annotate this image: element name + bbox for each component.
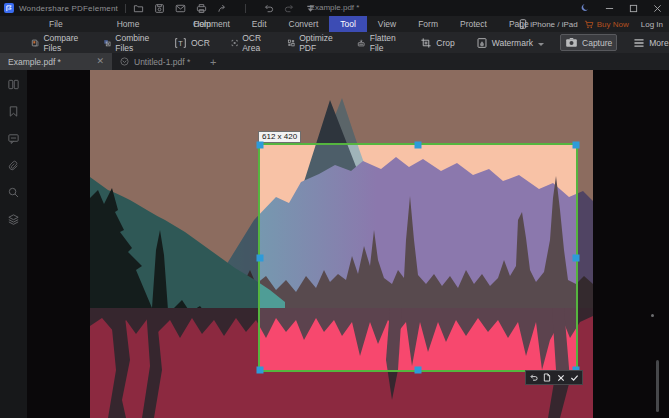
resize-handle-ne[interactable] <box>573 142 580 149</box>
page-thumbnails-icon[interactable] <box>7 78 20 91</box>
minimize-icon[interactable] <box>597 0 621 16</box>
document-canvas[interactable]: 612 x 420 <box>27 70 669 418</box>
menu-file[interactable]: File <box>22 16 90 32</box>
svg-text:T: T <box>178 38 183 47</box>
close-tab-icon[interactable]: ✕ <box>96 57 104 66</box>
menu-home[interactable]: Home <box>90 16 167 32</box>
customize-toolbar-icon[interactable] <box>305 3 316 14</box>
print-icon[interactable] <box>196 3 207 14</box>
menu-comment[interactable]: Comment <box>182 16 241 32</box>
close-icon[interactable] <box>645 0 669 16</box>
combine-files-icon <box>103 37 111 49</box>
bookmark-icon[interactable] <box>7 105 20 118</box>
ocr-icon: T <box>174 37 187 49</box>
open-file-icon[interactable] <box>133 3 144 14</box>
menu-edit[interactable]: Edit <box>241 16 278 32</box>
phone-icon <box>519 19 527 29</box>
undo-icon[interactable] <box>263 3 274 14</box>
watermark-icon <box>476 37 488 49</box>
save-icon[interactable] <box>154 3 165 14</box>
capture-mini-toolbar <box>525 370 583 385</box>
resize-handle-s[interactable] <box>415 367 422 374</box>
more-icon <box>633 38 645 48</box>
cart-icon <box>584 20 594 29</box>
resize-handle-e[interactable] <box>573 254 580 261</box>
save-capture-icon[interactable] <box>543 373 551 382</box>
menu-tool[interactable]: Tool <box>329 16 367 32</box>
resize-handle-w[interactable] <box>257 254 264 261</box>
app-logo-icon <box>4 3 14 13</box>
capture-icon <box>565 37 578 48</box>
app-window: Wondershare PDFelement Example.pdf * Fil… <box>0 0 669 418</box>
left-panel-sidebar <box>0 70 27 418</box>
chevron-down-icon <box>538 43 544 46</box>
ocr-button[interactable]: T OCR <box>169 34 215 52</box>
titlebar-separator <box>125 4 126 13</box>
menu-protect[interactable]: Protect <box>449 16 498 32</box>
ocr-area-icon <box>231 37 238 49</box>
toolbar: Compare Files Combine Files T OCR OCR Ar… <box>0 32 669 53</box>
menu-view[interactable]: View <box>367 16 407 32</box>
layers-icon[interactable] <box>7 213 20 226</box>
selection-size-label: 612 x 420 <box>258 131 301 143</box>
tab-example-pdf[interactable]: Example.pdf * ✕ <box>0 53 112 70</box>
redo-icon[interactable] <box>284 3 295 14</box>
flatten-file-icon <box>357 37 365 49</box>
titlebar-separator <box>245 4 246 13</box>
resize-handle-nw[interactable] <box>257 142 264 149</box>
flatten-file-button[interactable]: Flatten File <box>352 30 404 56</box>
comment-icon[interactable] <box>7 132 20 145</box>
chevron-down-icon <box>120 57 129 66</box>
compare-files-button[interactable]: Compare Files <box>26 30 87 56</box>
new-tab-button[interactable]: + <box>198 53 228 70</box>
tab-untitled-pdf[interactable]: Untitled-1.pdf * <box>112 53 198 70</box>
resize-handle-sw[interactable] <box>257 367 264 374</box>
confirm-capture-icon[interactable] <box>570 374 579 382</box>
menu-convert[interactable]: Convert <box>278 16 330 32</box>
buy-now-button[interactable]: Buy Now <box>584 20 629 29</box>
search-icon[interactable] <box>7 186 20 199</box>
cancel-capture-icon[interactable] <box>557 374 565 382</box>
document-tabbar: Example.pdf * ✕ Untitled-1.pdf * + <box>0 53 669 70</box>
menubar: File Home Help Comment Edit Convert Tool… <box>0 16 669 32</box>
email-icon[interactable] <box>175 3 186 14</box>
device-link[interactable]: iPhone / iPad <box>519 19 578 29</box>
capture-selection[interactable]: 612 x 420 <box>258 143 578 372</box>
combine-files-button[interactable]: Combine Files <box>98 30 158 56</box>
scroll-dot <box>651 314 654 317</box>
undo-capture-icon[interactable] <box>529 373 538 382</box>
ocr-area-button[interactable]: OCR Area <box>226 30 271 56</box>
attachment-icon[interactable] <box>7 159 20 172</box>
share-icon[interactable] <box>217 3 228 14</box>
vertical-scrollbar[interactable] <box>656 360 659 412</box>
capture-button[interactable]: Capture <box>560 34 617 51</box>
optimize-pdf-icon <box>287 37 295 49</box>
watermark-button[interactable]: Watermark <box>471 34 549 52</box>
menu-form[interactable]: Form <box>407 16 449 32</box>
resize-handle-n[interactable] <box>415 142 422 149</box>
more-button[interactable]: More <box>628 35 669 51</box>
login-button[interactable]: Log In <box>635 20 663 29</box>
crop-icon <box>420 37 432 49</box>
titlebar: Wondershare PDFelement Example.pdf * <box>0 0 669 16</box>
theme-moon-icon[interactable] <box>573 0 597 16</box>
app-name: Wondershare PDFelement <box>19 4 118 13</box>
crop-button[interactable]: Crop <box>415 34 459 52</box>
compare-files-icon <box>31 37 39 49</box>
maximize-icon[interactable] <box>621 0 645 16</box>
optimize-pdf-button[interactable]: Optimize PDF <box>282 30 342 56</box>
